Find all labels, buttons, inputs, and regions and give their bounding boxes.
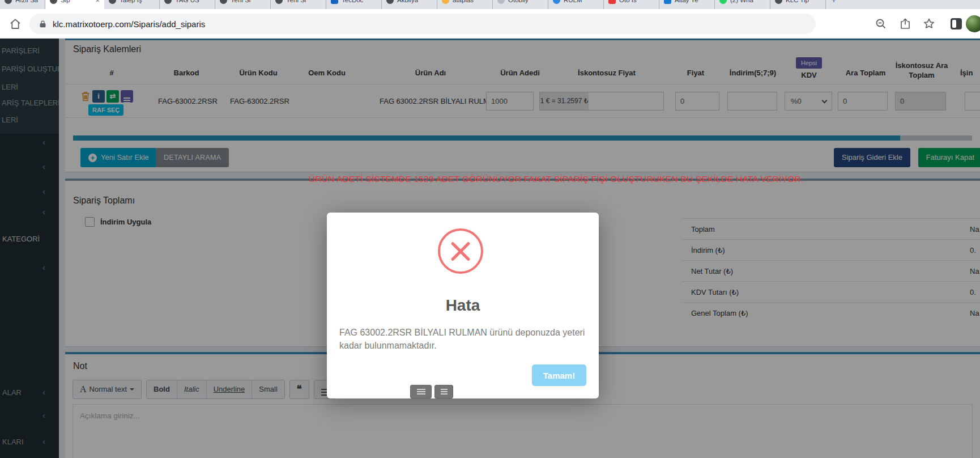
share-icon[interactable] — [898, 17, 912, 31]
tab-favicon — [5, 0, 12, 4]
tab-favicon — [497, 0, 505, 4]
tab-favicon — [608, 0, 616, 4]
tab-favicon — [220, 0, 227, 4]
browser-tab[interactable]: Talep İş — [104, 0, 160, 9]
browser-tab[interactable]: Oto İs — [604, 0, 659, 9]
tab-favicon — [331, 0, 338, 4]
error-x-icon — [438, 228, 483, 274]
browser-tab[interactable]: TecDoc — [326, 0, 382, 9]
tab-favicon — [442, 0, 449, 4]
browser-tab[interactable]: KLC Tip — [770, 0, 826, 9]
bookmark-star-icon[interactable] — [922, 17, 936, 31]
warning-annotation-text: ÜRÜN ADETİ SİSTEMDE 1529 ADET GÖRÜNÜYOR … — [309, 174, 803, 184]
tamam-confirm-button[interactable]: Tamam! — [532, 364, 586, 386]
zoom-out-icon[interactable] — [874, 17, 888, 31]
browser-tab[interactable]: Yeni Si — [271, 0, 326, 9]
browser-tab[interactable]: Altay Ye — [659, 0, 715, 9]
browser-tab[interactable]: YAĞ ÜS — [160, 0, 215, 9]
tab-favicon — [664, 0, 671, 4]
tab-favicon — [50, 0, 57, 4]
paragraph-list-button[interactable] — [434, 385, 453, 398]
browser-tab[interactable]: Hızlı Sa — [0, 0, 45, 9]
browser-tab[interactable]: RULM — [548, 0, 604, 9]
browser-tab-strip: Hızlı Sa Sip× Talep İş YAĞ ÜS Yeni Si Ye… — [0, 0, 980, 9]
tab-close-icon[interactable]: × — [95, 0, 100, 4]
browser-tab[interactable]: Akbilya — [382, 0, 437, 9]
profile-avatar[interactable] — [966, 15, 980, 32]
browser-tab-active[interactable]: Sip× — [45, 0, 104, 9]
tab-favicon — [719, 0, 727, 4]
tab-favicon — [164, 0, 172, 4]
tab-favicon — [553, 0, 560, 4]
tab-favicon — [386, 0, 394, 4]
browser-tab[interactable]: Otobily — [493, 0, 548, 9]
new-tab-button[interactable]: + — [826, 0, 842, 9]
browser-tab[interactable]: (2) Wha — [715, 0, 770, 9]
modal-message: FAG 63002.2RSR BİLYALI RULMAN ürünü depo… — [339, 326, 586, 352]
tab-favicon — [109, 0, 116, 4]
url-text: klc.matrixotoerp.com/Siparis/add_siparis — [53, 19, 205, 29]
ordered-list-button[interactable] — [410, 385, 432, 398]
address-bar[interactable]: klc.matrixotoerp.com/Siparis/add_siparis — [29, 14, 816, 34]
error-modal: Hata FAG 63002.2RSR BİLYALI RULMAN ürünü… — [327, 213, 599, 398]
tab-favicon — [275, 0, 283, 4]
tab-favicon — [775, 0, 782, 4]
modal-title: Hata — [327, 296, 599, 315]
browser-tab[interactable]: Yeni Si — [215, 0, 271, 9]
browser-toolbar: klc.matrixotoerp.com/Siparis/add_siparis — [0, 9, 980, 39]
lock-icon — [39, 20, 47, 28]
home-icon[interactable] — [8, 17, 22, 31]
side-panel-icon[interactable] — [951, 18, 962, 29]
browser-tab[interactable]: ataplas — [437, 0, 493, 9]
